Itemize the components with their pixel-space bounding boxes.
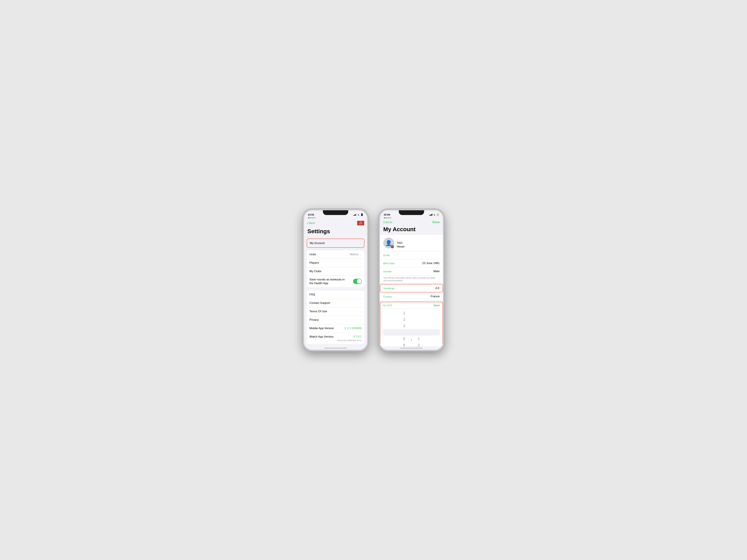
status-icons-2: ▲ ▐▌ [429,213,439,216]
terms-label: Terms Of Use [309,310,327,313]
picker-item-1: 1 [403,310,405,316]
my-account-row[interactable]: My Account › [307,239,364,247]
home-indicator-1 [324,348,347,349]
picker-item-3: 3 [403,323,405,329]
units-label: Units [309,253,316,256]
battery-icon-2: ▐▌ [436,213,439,216]
watch-version-value: V 2.9.2 [353,335,362,338]
signal-bars-2 [429,214,432,216]
account-nav: Cancel Done [380,219,443,225]
mobile-version-row: Mobile App Version V 2.2.2(5989) [307,324,364,333]
avatar-wrap: 👤 📷 [383,237,394,248]
svg-text:TAG: TAG [360,222,362,223]
avatar-name-col: TAG Heuer [397,241,405,248]
picker-item-5: 5 [403,336,405,342]
picker-no-hcp-button[interactable]: No HCP [383,304,392,307]
my-clubs-right: › [361,270,362,273]
country-value: France [431,295,440,298]
terms-right: › [361,310,362,313]
cancel-button[interactable]: Cancel [383,221,392,224]
units-right: Metres ⌄ [350,253,362,256]
picker-header: No HCP Done [380,302,443,309]
gender-label: Gender [383,270,398,273]
picker-item-2: 2 [403,316,405,323]
save-rounds-row[interactable]: Save rounds as workouts in the Health Ap… [307,276,364,287]
birth-date-label: Birth Date [383,262,398,265]
notch [323,210,348,215]
back-chevron-icon-1: ‹ [307,222,308,225]
mobile-version-label: Mobile App Version [309,327,334,330]
contact-support-right: › [361,302,362,305]
account-form: Email Birth Date 23 June 1991 Gender Mal… [380,251,443,301]
handicap-picker: No HCP Done 1 2 3 4 5 6 7 , [380,302,443,346]
contact-support-label: Contact Support [309,301,330,305]
faq-row[interactable]: FAQ › [307,290,364,299]
back-label-1: Back [309,222,315,225]
nav-bar-1: ‹ Back TAG HEUER [304,219,367,227]
status-icons-1: ▲ ▐▌ [353,213,363,216]
gender-note: Your Gender information will be used to … [380,276,443,284]
status-sub-1: ◀ Search [304,217,367,219]
avatar-person-icon: 👤 [385,240,392,246]
toggle-knob [357,279,361,284]
handicap-row[interactable]: Handicap 4.0 [380,284,443,292]
terms-chevron-icon: › [361,310,362,313]
svg-text:HEUER: HEUER [359,223,363,224]
privacy-chevron-icon: › [361,319,362,322]
picker-item-d0-selected: 0 [418,329,420,336]
picker-done-button[interactable]: Done [434,304,440,307]
units-chevron-icon: ⌄ [360,253,362,256]
privacy-label: Privacy [309,318,319,322]
tag-heuer-logo-1: TAG HEUER [357,221,364,226]
contact-support-row[interactable]: Contact Support › [307,299,364,307]
bar5 [356,214,357,216]
my-clubs-chevron-icon: › [361,270,362,273]
birth-date-value: 23 June 1991 [422,261,440,265]
email-label: Email [383,254,398,257]
players-right: › [361,261,362,264]
picker-col-2: 0 1 2 3 [412,310,426,346]
picker-col-1: 1 2 3 4 5 6 7 [397,310,411,346]
terms-row[interactable]: Terms Of Use › [307,307,364,316]
country-row[interactable]: Country France [380,292,443,301]
screen-content-2: Cancel Done My Account 👤 📷 TAG Heuer [380,219,443,346]
notch-2 [399,210,424,215]
gender-row[interactable]: Gender Male [380,268,443,276]
email-row[interactable]: Email [380,251,443,259]
my-account-chevron-icon: › [361,241,361,245]
page-title-1: Settings [304,227,367,237]
handicap-value: 4.0 [435,286,439,290]
camera-badge[interactable]: 📷 [391,245,394,248]
my-account-label: My Account [310,241,325,245]
units-row[interactable]: Units Metres ⌄ [307,250,364,259]
status-sub-2: ◀ Search [380,217,443,219]
main-settings-section: Units Metres ⌄ Players › My Clubs › [307,250,364,287]
units-value: Metres [350,253,359,256]
back-button-1[interactable]: ‹ Back [307,222,315,225]
privacy-row[interactable]: Privacy › [307,316,364,324]
phone-settings: 13:51 ▲ ▐▌ ◀ Search ‹ Back TAG [303,209,368,351]
players-row[interactable]: Players › [307,259,364,267]
privacy-right: › [361,319,362,322]
picker-body: 1 2 3 4 5 6 7 , 0 1 [380,309,443,346]
save-rounds-label: Save rounds as workouts in the Health Ap… [309,278,346,285]
status-time-1: 13:51 [308,213,314,216]
done-nav-button[interactable]: Done [433,221,440,224]
camera-icon: 📷 [391,246,393,248]
wifi-icon-1: ▲ [358,213,360,216]
watch-version-row: Watch App Version V 2.9.2 Fetched the 28… [307,333,364,344]
my-clubs-row[interactable]: My Clubs › [307,267,364,276]
contact-support-chevron-icon: › [361,302,362,305]
birth-date-row[interactable]: Birth Date 23 June 1991 [380,259,443,268]
watch-version-main-row: Watch App Version V 2.9.2 [309,335,362,338]
screen-content-1: ‹ Back TAG HEUER Settings My Account › [304,219,367,346]
bar2 [354,215,355,216]
handicap-label: Handicap [384,287,399,290]
my-clubs-label: My Clubs [309,270,321,273]
save-rounds-toggle[interactable] [353,279,362,284]
home-indicator-2 [400,348,423,349]
phone-my-account: 15:04 ▲ ▐▌ ◀ Search Cancel Done My Accou… [379,209,444,351]
picker-item-d5: 2 [418,342,420,346]
players-chevron-icon: › [361,261,362,264]
mobile-version-value: V 2.2.2(5989) [344,327,362,330]
